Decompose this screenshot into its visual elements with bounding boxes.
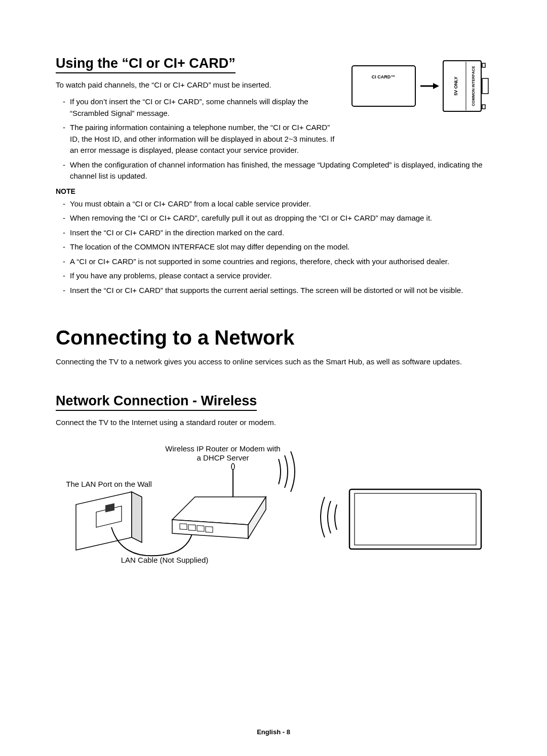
list-item: When removing the “CI or CI+ CARD”, care… [63, 213, 491, 224]
section3-intro: Connect the TV to the Internet using a s… [56, 417, 491, 428]
ci-card-label: CI CARD™ [372, 74, 396, 79]
list-item: If you have any problems, please contact… [63, 270, 491, 282]
section2-intro: Connecting the TV to a network gives you… [56, 356, 491, 367]
cable-label: LAN Cable (Not Supplied) [121, 556, 209, 564]
router-label-2: a DHCP Server [197, 453, 249, 462]
section2-heading: Connecting to a Network [56, 326, 491, 349]
svg-marker-9 [132, 492, 142, 542]
section1-intro: To watch paid channels, the “CI or CI+ C… [56, 79, 339, 90]
section1-bullets-cont: When the configuration of channel inform… [56, 159, 491, 182]
svg-rect-5 [482, 105, 485, 109]
list-item: The location of the COMMON INTERFACE slo… [63, 241, 491, 253]
ci-card-diagram: CI CARD™ 5V ONLY COMMON INTERFACE [349, 56, 491, 116]
section1-notes: You must obtain a “CI or CI+ CARD” from … [56, 198, 491, 297]
svg-rect-22 [355, 493, 476, 545]
wireless-diagram: Wireless IP Router or Modem with a DHCP … [56, 444, 491, 570]
list-item: The pairing information containing a tel… [63, 122, 339, 156]
page-footer: English - 8 [0, 728, 547, 736]
list-item: Insert the “CI or CI+ CARD” in the direc… [63, 227, 491, 239]
list-item: If you don’t insert the “CI or CI+ CARD”… [63, 96, 339, 119]
svg-marker-2 [433, 83, 439, 89]
svg-rect-6 [482, 78, 488, 94]
svg-rect-0 [352, 66, 415, 106]
section1-bullets: If you don’t insert the “CI or CI+ CARD”… [56, 96, 339, 156]
wall-label: The LAN Port on the Wall [66, 480, 152, 488]
svg-rect-17 [180, 524, 187, 530]
svg-rect-20 [206, 526, 213, 532]
svg-rect-4 [482, 63, 485, 67]
svg-rect-18 [188, 525, 196, 531]
list-item: When the configuration of channel inform… [63, 159, 491, 182]
router-label-1: Wireless IP Router or Modem with [165, 444, 280, 453]
slot-5v-label: 5V ONLY [453, 76, 458, 96]
note-label: NOTE [56, 187, 491, 195]
section3-title: Network Connection - Wireless [56, 393, 257, 411]
list-item: Insert the “CI or CI+ CARD” that support… [63, 285, 491, 297]
list-item: You must obtain a “CI or CI+ CARD” from … [63, 198, 491, 210]
svg-rect-19 [197, 526, 204, 532]
svg-point-13 [231, 464, 235, 470]
list-item: A “CI or CI+ CARD” is not supported in s… [63, 256, 491, 268]
section1-title: Using the “CI or CI+ CARD” [56, 56, 236, 73]
slot-ci-label: COMMON INTERFACE [471, 66, 476, 106]
